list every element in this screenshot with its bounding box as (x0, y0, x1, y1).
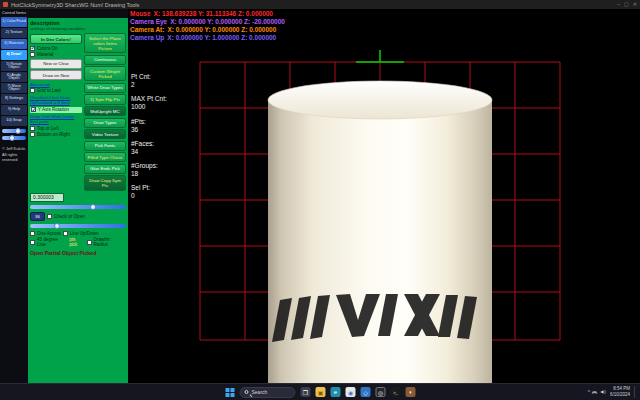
minimize-icon[interactable]: – (617, 2, 620, 7)
sidebar-item-draw[interactable]: 4) Draw! (1, 50, 27, 60)
material-checkbox[interactable]: Material (30, 52, 82, 57)
checkbox-icon[interactable] (31, 107, 36, 112)
taskbar-clock[interactable]: 8:54 PM 6/10/2024 (610, 386, 630, 398)
new-or-clear-button[interactable]: New or Clear (30, 59, 82, 69)
drawthr-radius-checkbox[interactable] (87, 240, 92, 245)
camera-up-readout: Camera UpX: 0.000000 Y: 1.000000 Z: 0.00… (130, 34, 288, 42)
pts-pick-label: pts pick (69, 237, 84, 247)
mid-upright-button[interactable]: MidUpright MC (84, 106, 126, 116)
window-title: HotClickSymmetry3D SharcWG Num! Drawing … (11, 2, 139, 8)
wall-center-link[interactable]: Draw Until Wall Center End point (30, 114, 82, 124)
line-up-down-checkbox[interactable] (63, 231, 68, 236)
sidebar-item-rotate[interactable]: 5) Rotate Object (1, 61, 27, 71)
mouse-readout: MouseX: 138.639238 Y: 31.113346 Z: 0.000… (130, 10, 288, 18)
stat-label: #Groups: (131, 162, 167, 170)
sidebar-item-texture[interactable]: 2) Texture (1, 28, 27, 38)
bottom-on-right-checkbox[interactable]: Bottom on Right (30, 132, 82, 137)
file-explorer-icon[interactable]: ▣ (316, 387, 326, 397)
plane-colors-button[interactable]: Select the Plane colors Items Picture (84, 33, 126, 53)
obs-studio-icon[interactable]: ◎ (376, 387, 386, 397)
app-icon (3, 2, 8, 7)
search-label: Search (252, 389, 268, 395)
image-editor-icon[interactable]: ◗ (406, 387, 416, 397)
task-view-icon[interactable]: ❒ (301, 387, 311, 397)
one-across-checkbox[interactable] (30, 231, 35, 236)
draw-on-new-button[interactable]: Draw on New (30, 70, 82, 80)
maximize-icon[interactable]: ▢ (624, 2, 629, 7)
stat-value: 36 (131, 126, 167, 134)
stat-label: Sel Pt: (131, 184, 167, 192)
settings-panel: description settings of drawing variable… (28, 18, 128, 385)
panel-subheader: settings of drawing variables (30, 26, 126, 31)
value-field[interactable]: 0.300003 (30, 193, 64, 202)
grid-axis-highlight (356, 50, 404, 62)
top-or-left-checkbox[interactable]: Top or Left (30, 126, 82, 131)
slider-thumb[interactable] (90, 204, 96, 210)
volume-icon[interactable]: ◀)) (600, 390, 606, 394)
deg-45-line-checkbox[interactable] (30, 240, 35, 245)
tray-chevron-icon[interactable]: ^ (588, 390, 590, 395)
search-box[interactable]: Search (240, 387, 296, 398)
advanced-link[interactable]: Advanced (30, 82, 82, 87)
video-texture-button[interactable]: Video Texture (84, 129, 126, 139)
colors-on-checkbox[interactable]: Colors On (30, 46, 82, 51)
pick-fonts-button[interactable]: Pick Fonts (84, 141, 126, 151)
sidebar-item-move[interactable]: 7) Move Object (1, 83, 27, 93)
start-button[interactable] (225, 387, 235, 397)
sidebar-header: Control Items (1, 11, 27, 15)
checkbox-icon[interactable] (30, 52, 35, 57)
slider-thumb[interactable] (9, 135, 15, 141)
app-window: HotClickSymmetry3D SharcWG Num! Drawing … (0, 0, 640, 400)
sidebar-item-help[interactable]: 9) Help (1, 105, 27, 115)
sidebar-item-snap[interactable]: 10) Snap (1, 116, 27, 126)
y-axis-rotation-checkbox[interactable]: Y Axis Rotation (30, 107, 82, 113)
draw-types-button[interactable]: Draw Types (84, 118, 126, 128)
edge-browser-icon[interactable]: e (331, 387, 341, 397)
grid-to-last-checkbox[interactable]: Grid to Last (30, 88, 82, 93)
sidebar-item-settings[interactable]: 8) Settings (1, 94, 27, 104)
stat-value: 2 (131, 81, 167, 89)
checkbox-icon[interactable] (30, 132, 35, 137)
code-editor-icon[interactable]: ◇ (361, 387, 371, 397)
slider-thumb[interactable] (15, 128, 21, 134)
titlebar: HotClickSymmetry3D SharcWG Num! Drawing … (0, 0, 640, 9)
checkbox-icon[interactable] (30, 46, 35, 51)
stat-label: MAX Pt Cnt: (131, 95, 167, 103)
scene-svg (128, 9, 640, 383)
in-dev-colors-button[interactable]: In Dev Colors! (30, 34, 82, 44)
stat-value: 0 (131, 192, 167, 200)
checkbox-icon[interactable] (30, 88, 35, 93)
sidebar-item-angle[interactable]: 6) Angle Object (1, 72, 27, 82)
stat-value: 18 (131, 170, 167, 178)
sidebar-slider-1[interactable] (2, 129, 26, 133)
sidebar-slider-2[interactable] (2, 136, 26, 140)
continuous-button[interactable]: Continuous (84, 55, 126, 65)
cylinder-model (268, 81, 492, 383)
sym-flip-pts-button[interactable]: 3) Sym Flip Pts (84, 94, 126, 104)
custom-weight-button[interactable]: Custom Weight Picked (84, 66, 126, 81)
show-desktop-button[interactable] (634, 386, 636, 398)
checkbox-icon[interactable] (30, 126, 35, 131)
close-icon[interactable]: ✕ (633, 2, 637, 7)
draw-copy-sym-button[interactable]: Draw Copy Sym Pts (84, 175, 126, 190)
panel-slider-2[interactable] (30, 224, 126, 228)
white-draw-button[interactable]: White Draw Types (84, 83, 126, 93)
last-draw-link[interactable]: Checked if last Draw Up/Isolated = 8 Set… (30, 95, 82, 105)
check-or-open-checkbox[interactable] (47, 214, 52, 219)
filled-type-button[interactable]: Filled Type Chose (84, 152, 126, 162)
num-button[interactable]: 36 (30, 212, 45, 221)
stat-label: Pt Cnt: (131, 73, 167, 81)
panel-slider-1[interactable] (30, 205, 126, 209)
taskbar: Search ❒ ▣ e ◉ ◇ ◎ >_ ◗ ^ ((( ◀)) 8:54 P… (0, 383, 640, 400)
stat-label: #Pts: (131, 118, 167, 126)
sidebar-item-color[interactable]: 1) Color/Fixed (1, 17, 27, 27)
camera-eye-readout: Camera EyeX: 0.000000 Y: 0.000000 Z: -20… (130, 18, 288, 26)
search-icon (245, 390, 249, 394)
chrome-browser-icon[interactable]: ◉ (346, 387, 356, 397)
wifi-icon[interactable]: ((( (592, 391, 598, 393)
viewport-canvas[interactable]: MouseX: 138.639238 Y: 31.113346 Z: 0.000… (128, 9, 640, 383)
terminal-icon[interactable]: >_ (391, 387, 401, 397)
glue-ends-button[interactable]: Glue Ends Pick (84, 164, 126, 174)
sidebar-item-materials[interactable]: 3) Materials (1, 39, 27, 49)
slider-thumb[interactable] (54, 223, 60, 229)
